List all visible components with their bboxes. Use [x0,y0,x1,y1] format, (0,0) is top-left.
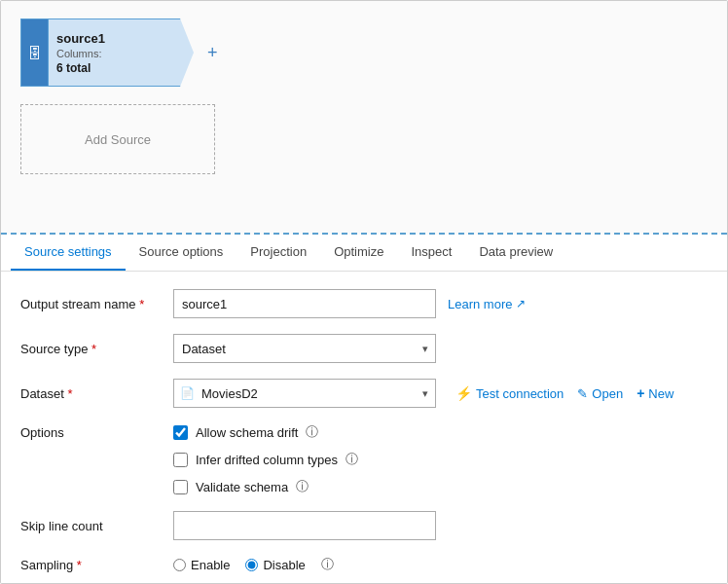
tab-inspect[interactable]: Inspect [397,235,465,271]
allow-schema-drift-row: Allow schema drift ⓘ [173,423,358,441]
source-type-required: * [91,342,96,356]
add-source-label: Add Source [85,132,151,147]
source-node[interactable]: 🗄 source1 Columns: 6 total [20,18,194,87]
learn-more-link[interactable]: Learn more ↗ [448,297,526,311]
dataset-actions: ⚡ Test connection ✎ Open + New [455,385,673,401]
output-stream-required: * [139,297,144,311]
options-row: Options Allow schema drift ⓘ Infer drift… [20,423,708,495]
sampling-enable-option[interactable]: Enable [173,558,230,572]
infer-drifted-row: Infer drifted column types ⓘ [173,451,358,468]
sampling-radio-group: Enable Disable ⓘ [173,556,334,573]
tab-source-settings[interactable]: Source settings [11,235,126,271]
tab-projection[interactable]: Projection [237,235,320,271]
form-area: Output stream name * Learn more ↗ Source… [1,272,727,583]
sampling-row: Sampling * Enable Disable ⓘ [20,556,708,573]
tabs-container: Source settings Source options Projectio… [1,235,727,272]
canvas-area: 🗄 source1 Columns: 6 total + Add Source [1,1,727,235]
dataset-required: * [67,386,72,401]
node-columns-count: 6 total [56,61,105,75]
main-window: 🗄 source1 Columns: 6 total + Add Source … [0,0,728,584]
tab-source-options[interactable]: Source options [126,235,237,271]
sampling-disable-option[interactable]: Disable [245,558,305,572]
node-dataset-icon: 🗄 [27,45,42,61]
node-info: source1 Columns: 6 total [56,31,105,75]
source-type-select[interactable]: Dataset Inline [173,334,436,363]
validate-schema-row: Validate schema ⓘ [173,478,358,495]
dataset-label: Dataset * [20,386,162,401]
sampling-enable-radio[interactable] [173,559,186,571]
sampling-required: * [77,558,82,572]
infer-drifted-checkbox[interactable] [173,453,188,467]
allow-schema-drift-checkbox[interactable] [173,425,188,440]
dataset-select-wrapper: 📄 MoviesD2 ▾ [173,379,436,408]
allow-schema-drift-info-icon[interactable]: ⓘ [306,423,318,441]
new-button[interactable]: + New [637,385,673,401]
infer-drifted-label: Infer drifted column types [196,453,338,467]
output-stream-label: Output stream name * [20,297,162,311]
node-title: source1 [56,31,105,46]
skip-line-count-row: Skip line count [20,511,708,540]
node-left-bar: 🗄 [20,18,48,87]
sampling-label: Sampling * [20,558,162,572]
validate-schema-label: Validate schema [196,480,288,494]
new-plus-icon: + [637,385,644,401]
test-connection-button[interactable]: ⚡ Test connection [455,385,564,401]
skip-line-count-input[interactable] [173,511,436,540]
add-source-box[interactable]: Add Source [20,104,215,174]
validate-schema-info-icon[interactable]: ⓘ [296,478,309,495]
source-type-row: Source type * Dataset Inline ▾ [20,334,708,363]
sampling-disable-radio[interactable] [245,559,258,571]
validate-schema-checkbox[interactable] [173,480,188,494]
output-stream-input[interactable] [173,289,436,318]
node-plus-button[interactable]: + [207,43,218,63]
test-connection-icon: ⚡ [455,385,472,401]
sampling-info-icon[interactable]: ⓘ [321,556,334,573]
node-container: 🗄 source1 Columns: 6 total + [20,18,708,87]
dataset-row: Dataset * 📄 MoviesD2 ▾ ⚡ Test connection… [20,379,708,408]
tab-data-preview[interactable]: Data preview [465,235,566,271]
dataset-select[interactable]: MoviesD2 [173,379,436,408]
node-subtitle: Columns: [56,48,105,59]
allow-schema-drift-label: Allow schema drift [196,425,298,440]
options-label: Options [20,423,162,440]
external-link-icon: ↗ [516,297,526,310]
open-icon: ✎ [577,386,588,401]
output-stream-row: Output stream name * Learn more ↗ [20,289,708,318]
infer-drifted-info-icon[interactable]: ⓘ [346,451,358,468]
node-body: source1 Columns: 6 total [48,18,194,87]
options-checkboxes: Allow schema drift ⓘ Infer drifted colum… [173,423,358,495]
open-button[interactable]: ✎ Open [577,386,623,401]
source-type-label: Source type * [20,342,162,356]
tab-optimize[interactable]: Optimize [320,235,397,271]
source-type-select-wrapper: Dataset Inline ▾ [173,334,436,363]
skip-line-count-label: Skip line count [20,519,162,533]
